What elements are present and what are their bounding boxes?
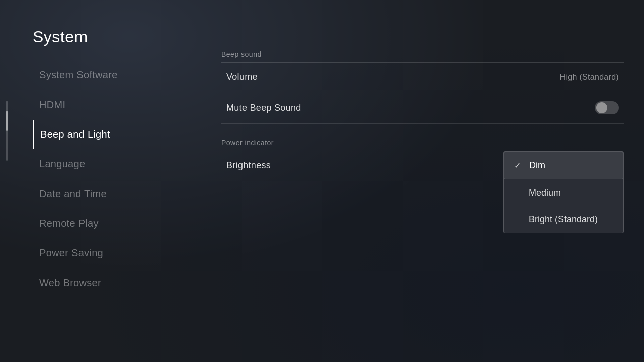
sidebar-item-date-and-time[interactable]: Date and Time — [33, 179, 209, 209]
sidebar-item-hdmi[interactable]: HDMI — [33, 90, 209, 120]
dropdown-option-bright[interactable]: ✓ Bright (Standard) — [504, 206, 623, 233]
brightness-dropdown[interactable]: ✓ Dim ✓ Medium ✓ Bright (Standard) — [503, 151, 624, 233]
mute-beep-label: Mute Beep Sound — [226, 103, 301, 113]
page-title: System — [33, 28, 88, 46]
check-icon-dim: ✓ — [514, 161, 523, 170]
brightness-label: Brightness — [226, 160, 271, 171]
sidebar-item-system-software[interactable]: System Software — [33, 60, 209, 90]
dropdown-option-dim[interactable]: ✓ Dim — [504, 152, 623, 179]
beep-sound-section-label: Beep sound — [221, 50, 624, 58]
toggle-knob — [596, 102, 607, 113]
sidebar-item-web-browser[interactable]: Web Browser — [33, 268, 209, 298]
volume-row[interactable]: Volume High (Standard) — [221, 63, 624, 92]
beep-sound-settings-group: Volume High (Standard) Mute Beep Sound — [221, 62, 624, 124]
dropdown-option-dim-label: Dim — [529, 160, 545, 171]
sidebar-item-remote-play[interactable]: Remote Play — [33, 209, 209, 238]
dropdown-option-medium[interactable]: ✓ Medium — [504, 179, 623, 206]
mute-beep-row[interactable]: Mute Beep Sound — [221, 92, 624, 124]
volume-label: Volume — [226, 72, 258, 82]
power-indicator-section: Power indicator Brightness ✓ Dim ✓ Mediu… — [221, 139, 624, 180]
volume-value: High (Standard) — [560, 73, 619, 82]
brightness-row[interactable]: Brightness ✓ Dim ✓ Medium ✓ — [221, 151, 624, 180]
main-content: Beep sound Volume High (Standard) Mute B… — [221, 50, 624, 180]
power-indicator-section-label: Power indicator — [221, 139, 624, 147]
sidebar: System Software HDMI Beep and Light Lang… — [33, 60, 209, 298]
power-indicator-settings-group: Brightness ✓ Dim ✓ Medium ✓ — [221, 151, 624, 180]
sidebar-item-power-saving[interactable]: Power Saving — [33, 238, 209, 268]
sidebar-item-beep-and-light[interactable]: Beep and Light — [33, 120, 209, 149]
mute-beep-toggle[interactable] — [595, 101, 619, 114]
dropdown-option-medium-label: Medium — [529, 188, 561, 198]
scroll-indicator — [6, 101, 8, 161]
scroll-thumb — [6, 111, 8, 131]
sidebar-item-language[interactable]: Language — [33, 149, 209, 179]
dropdown-option-bright-label: Bright (Standard) — [529, 214, 598, 225]
